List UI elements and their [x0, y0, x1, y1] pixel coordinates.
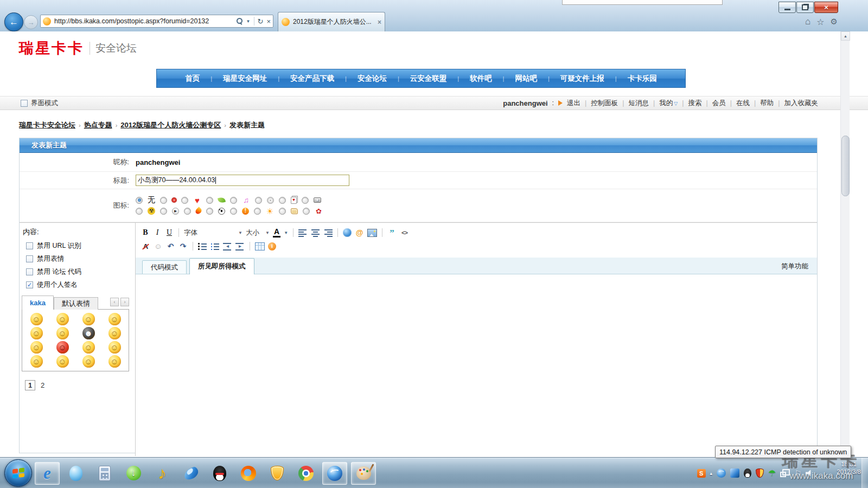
smiley-tongue[interactable]: ☺ — [108, 355, 121, 368]
smiley-smile[interactable]: ☺ — [30, 313, 43, 325]
network-icon[interactable] — [780, 469, 790, 477]
smiley-cry[interactable]: ☺ — [108, 313, 121, 325]
blue-bird-taskbar-button[interactable] — [178, 462, 203, 485]
align-right-icon[interactable] — [323, 229, 333, 237]
firefox-taskbar-button[interactable] — [236, 462, 261, 485]
qq-mini-icon[interactable] — [744, 468, 751, 478]
nav-item-9[interactable]: 卡卡乐园 — [617, 74, 668, 84]
icon-radio-heart[interactable] — [181, 197, 188, 204]
prev-arrow-icon[interactable]: ‹ — [110, 298, 119, 306]
icon-radio-poker-cards[interactable] — [279, 197, 286, 204]
smiley-sleepy[interactable]: ☺ — [30, 341, 43, 354]
remove-format-icon[interactable]: A — [141, 242, 150, 251]
flag-icon[interactable]: ⚐ — [794, 469, 801, 478]
nav-item-8[interactable]: 可疑文件上报 — [550, 74, 615, 84]
interface-mode-checkbox[interactable] — [21, 100, 28, 107]
breadcrumb-link[interactable]: 2012版瑞星个人防火墙公测专区 — [120, 120, 221, 130]
internet-explorer-taskbar-button[interactable]: e — [35, 462, 60, 485]
scrollbar-thumb[interactable] — [841, 136, 850, 196]
icon-radio-flame[interactable] — [184, 208, 191, 215]
align-left-icon[interactable] — [298, 229, 308, 237]
icon-radio-lifebuoy[interactable] — [160, 197, 167, 204]
bullet-list-icon[interactable] — [210, 242, 220, 251]
show-desktop-button[interactable] — [861, 458, 868, 488]
nav-item-4[interactable]: 安全论坛 — [347, 74, 398, 84]
nav-item-2[interactable]: 瑞星安全网址 — [212, 74, 278, 84]
rising-shield-icon[interactable] — [756, 468, 764, 478]
editor-mode-tab-2[interactable]: 所见即所得模式 — [189, 258, 254, 274]
tt-browser-icon[interactable] — [730, 468, 739, 478]
underline-button[interactable]: U — [165, 228, 174, 237]
icon-radio-rose[interactable] — [303, 208, 310, 215]
smiley-grin[interactable]: ☺ — [108, 341, 121, 354]
smiley-surprise[interactable]: ☺ — [82, 313, 95, 325]
icon-radio-play[interactable] — [160, 208, 167, 215]
icon-radio-camera[interactable] — [302, 197, 309, 204]
userbar-link-4[interactable]: 搜索 — [688, 99, 702, 108]
smiley-angry-red[interactable]: ☺ — [56, 341, 69, 354]
nav-item-3[interactable]: 安全产品下载 — [279, 74, 345, 84]
smiley-shock[interactable]: ☺ — [108, 327, 121, 339]
paint-palette-taskbar-button[interactable] — [351, 462, 376, 485]
nav-item-7[interactable]: 网站吧 — [504, 74, 548, 84]
icon-radio-none[interactable] — [136, 197, 143, 204]
nav-item-5[interactable]: 云安全联盟 — [399, 74, 458, 84]
emoticon-page-2[interactable]: 2 — [41, 381, 44, 389]
start-button[interactable] — [4, 459, 32, 487]
hidden-icons-icon[interactable]: ▴ — [710, 471, 713, 476]
security-shield-taskbar-button[interactable] — [265, 462, 290, 485]
userbar-link-8[interactable]: 加入收藏夹 — [784, 99, 819, 108]
smiley-doubt[interactable]: ☺ — [82, 341, 95, 354]
next-arrow-icon[interactable]: › — [120, 298, 129, 306]
content-option-checkbox-1[interactable] — [26, 242, 33, 249]
icon-radio-leaf[interactable] — [206, 197, 213, 204]
smiley-laugh[interactable]: ☺ — [56, 313, 69, 325]
info-icon[interactable]: i — [268, 242, 276, 251]
icon-radio-scroll[interactable] — [279, 208, 286, 215]
chevron-down-icon[interactable]: ▼ — [246, 19, 251, 24]
userbar-link-1[interactable]: 控制面板 — [591, 99, 618, 108]
editor-mode-tab-1[interactable]: 代码模式 — [142, 260, 187, 274]
forward-button[interactable]: → — [24, 15, 38, 29]
refresh-icon[interactable]: ↻ — [258, 17, 264, 25]
breadcrumb-link[interactable]: 瑞星卡卡安全论坛 — [19, 120, 75, 130]
breadcrumb-link[interactable]: 热点专题 — [84, 120, 112, 130]
userbar-link-2[interactable]: 短消息 — [629, 99, 649, 108]
taskbar-clock[interactable]: 18:31 2012/3/8 — [837, 460, 861, 476]
qq-taskbar-button[interactable] — [207, 462, 232, 485]
restore-button[interactable] — [796, 2, 814, 13]
smiley-search[interactable]: ☺ — [30, 355, 43, 368]
smiley-icon[interactable]: ☺ — [154, 242, 163, 251]
chrome-taskbar-button[interactable] — [293, 462, 318, 485]
address-bar[interactable]: http://bbs.ikaka.com/posttopic.aspx?foru… — [40, 15, 273, 28]
blue-swirl-icon[interactable] — [717, 468, 726, 478]
table-icon[interactable] — [255, 242, 265, 251]
code-icon[interactable]: <> — [400, 229, 409, 237]
content-option-checkbox-4[interactable]: ✓ — [26, 281, 33, 288]
ordered-list-icon[interactable] — [198, 242, 207, 251]
emoticon-tab-2[interactable]: 默认表情 — [54, 297, 98, 310]
undo-icon[interactable]: ↶ — [166, 242, 175, 251]
back-button[interactable]: ← — [4, 12, 23, 31]
link-icon[interactable] — [343, 228, 352, 237]
icon-radio-disc[interactable] — [255, 197, 262, 204]
smiley-love[interactable]: ☺ — [82, 355, 95, 368]
font-size-select[interactable]: 大小 ▼ — [246, 228, 270, 237]
smiley-bomb-black[interactable]: ☻ — [82, 327, 95, 339]
italic-button[interactable]: I — [153, 228, 162, 237]
tab-close-icon[interactable]: × — [378, 18, 381, 26]
icon-radio-music-notes[interactable] — [230, 197, 237, 204]
email-icon[interactable]: @ — [355, 229, 364, 237]
download-arrow-taskbar-button[interactable]: ↓ — [121, 462, 146, 485]
settings-gear-icon[interactable]: ⚙ — [831, 17, 838, 27]
userbar-link-5[interactable]: 会员 — [712, 99, 726, 108]
icon-radio-sun[interactable] — [254, 208, 261, 215]
search-icon[interactable] — [236, 18, 243, 25]
green-umbrella-icon[interactable]: ☂ — [768, 468, 776, 478]
close-button[interactable]: × — [814, 2, 838, 13]
content-option-checkbox-3[interactable] — [26, 268, 33, 275]
chevron-down-icon[interactable]: ▼ — [284, 230, 288, 235]
music-note-taskbar-button[interactable]: ♪ — [150, 462, 175, 485]
icon-radio-alert[interactable] — [230, 208, 237, 215]
emoticon-page-1[interactable]: 1 — [25, 380, 35, 390]
